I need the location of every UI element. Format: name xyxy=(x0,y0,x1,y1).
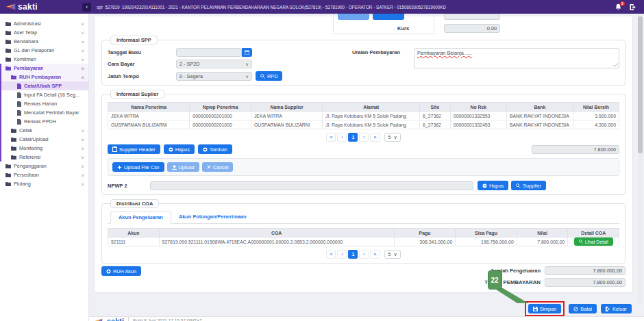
app-footer: sakti Build 8 Juni 2021 17.15.57 GMT+7 xyxy=(89,316,644,321)
rpd-button[interactable]: RPD xyxy=(256,71,282,81)
logo-text: sakti xyxy=(18,2,38,12)
sidebar-item-cetak[interactable]: Cetak∨ xyxy=(1,126,88,135)
pagination-first-button[interactable]: « xyxy=(326,133,336,142)
folder-icon xyxy=(5,57,11,62)
tab-akun-pengeluaran[interactable]: Akun Pengeluaran xyxy=(110,211,171,224)
file-icon xyxy=(17,92,21,98)
calendar-button[interactable] xyxy=(242,48,252,57)
pagination-last-button[interactable]: » xyxy=(370,133,380,142)
pagination-next-button[interactable]: › xyxy=(359,133,369,142)
npwp2-supplier-button[interactable]: Supplier xyxy=(511,181,546,190)
jatuh-tempo-select[interactable]: 0 - Segera∨ xyxy=(176,72,252,81)
page-size-select[interactable]: 5∨ xyxy=(384,133,400,142)
jatuh-tempo-label: Jatuh Tempo xyxy=(108,73,176,79)
sidebar-item-pembayaran[interactable]: Pembayaran∧ xyxy=(1,64,88,73)
supplier-total-input: 7.800.000 xyxy=(532,145,619,154)
ruh-akun-button[interactable]: RUH Akun xyxy=(101,266,141,276)
chevron-up-icon: ∧ xyxy=(82,75,84,79)
sidebar-item-catat-upload[interactable]: Catat/Upload∨ xyxy=(1,135,88,144)
sidebar-item-persediaan[interactable]: Persediaan∨ xyxy=(0,170,88,179)
sidebar-item-input-fa-detail[interactable]: Input FA Detail (16 Segmen) xyxy=(1,90,88,99)
pagination-page-1[interactable]: 1 xyxy=(348,250,358,259)
sidebar-item-ruh-pembayaran[interactable]: RUH Pembayaran∧ xyxy=(1,73,88,81)
upload-file-csv-button[interactable]: Upload File Csv xyxy=(112,162,164,172)
sidebar-item-komitmen[interactable]: Komitmen∨ xyxy=(0,55,88,64)
search-icon xyxy=(260,74,265,79)
cancel-circle-icon xyxy=(573,307,578,311)
sidebar-item-piutang[interactable]: Piutang∨ xyxy=(0,179,88,188)
cell-nama-supplier: GUSPARMAN BULIZARNI xyxy=(251,120,322,129)
annotation-arrow xyxy=(494,288,528,303)
sidebar-item-penganggaran[interactable]: Penganggaran∨ xyxy=(0,162,88,170)
uraian-pembayaran-label: Uraian Pembayaran xyxy=(352,48,408,55)
pagination-page-1[interactable]: 1 xyxy=(348,133,358,142)
truncated-button-1[interactable] xyxy=(338,14,369,20)
pagination-last-button[interactable]: » xyxy=(370,250,380,259)
lihat-detail-button[interactable]: Lihat Detail xyxy=(574,237,613,246)
page-size-select[interactable]: 5∨ xyxy=(384,250,400,259)
keluar-button[interactable]: Keluar xyxy=(601,304,632,313)
pagination-first-button[interactable]: « xyxy=(326,250,336,259)
npwp2-hapus-button[interactable]: Hapus xyxy=(478,181,508,190)
simpan-button[interactable]: Simpan xyxy=(528,304,562,313)
column-header: Nilai Bersih xyxy=(573,103,619,112)
file-icon xyxy=(17,84,21,89)
supplier-header-button[interactable]: Supplier Header xyxy=(108,144,160,154)
cancel-button: Cancel xyxy=(202,162,234,172)
sidebar-item-aset-tetap[interactable]: Aset Tetap∨ xyxy=(0,28,88,37)
file-icon xyxy=(17,110,21,116)
folder-icon xyxy=(5,66,11,70)
scrollbar-thumb[interactable] xyxy=(638,16,643,153)
sidebar-collapse-button[interactable]: ‹ xyxy=(82,3,91,12)
cell-alamat: Jl. Raya Kotobaru KM 5 Solok Padang xyxy=(323,112,420,120)
supplier-table-row[interactable]: JEKA WITRA 000000000201000 JEKA WITRA Jl… xyxy=(108,112,619,120)
sidebar-item-catat-ubah-spp[interactable]: Catat/Ubah SPP xyxy=(1,81,88,90)
tab-akun-potongan-penerimaan[interactable]: Akun Potongan/Penerimaan xyxy=(171,211,254,223)
truncated-panel xyxy=(333,14,434,34)
pagination-prev-button[interactable]: ‹ xyxy=(337,250,347,259)
tanggal-buku-label: Tanggal Buku xyxy=(108,49,176,55)
sidebar-item-referensi[interactable]: Referensi∨ xyxy=(1,153,88,162)
sidebar-item-bendahara[interactable]: Bendahara∨ xyxy=(0,37,88,46)
sidebar-item-renkas-harian[interactable]: Renkas Harian xyxy=(1,99,88,108)
sidebar-item-renkas-ppdh[interactable]: Renkas PPDH xyxy=(1,117,88,126)
uraian-pembayaran-textarea[interactable]: Pembayaran Belanja ..... xyxy=(414,48,619,68)
batal-button[interactable]: Batal xyxy=(569,304,597,313)
chevron-down-icon: ∨ xyxy=(393,135,397,140)
chevron-down-icon: ∨ xyxy=(82,30,84,35)
truncated-select[interactable] xyxy=(444,14,500,20)
sakti-dart-icon xyxy=(93,318,103,321)
sakti-logo: sakti xyxy=(5,2,77,12)
cell-nilai-bersih: 4.300.000 xyxy=(573,120,619,129)
minus-circle-icon xyxy=(482,183,487,188)
cell-pagu: 308.341.000,00 xyxy=(394,237,456,246)
sidebar-item-monitoring[interactable]: Monitoring∨ xyxy=(1,144,88,153)
column-header: Nama Supplier xyxy=(251,103,322,112)
cell-nama-penerima: JEKA WITRA xyxy=(108,112,190,120)
pagination-prev-button[interactable]: ‹ xyxy=(337,133,347,142)
sidebar-item-mencatat-perintah-bayar[interactable]: Mencatat Perintah Bayar xyxy=(1,108,88,117)
file-icon xyxy=(17,101,21,107)
tambah-button[interactable]: Tambah xyxy=(198,144,232,154)
supplier-table-row[interactable]: GUSPARMAN BULIZARNI 000000000201000 GUSP… xyxy=(108,120,619,129)
coa-pagination: « ‹ 1 › » 5∨ xyxy=(108,250,619,259)
build-info: Build 8 Juni 2021 17.15.57 GMT+7 xyxy=(128,317,202,321)
informasi-suplier-fieldset: Informasi Suplier Nama Penerima Npwp Pen… xyxy=(101,90,626,195)
sidebar-item-administrasi[interactable]: Administrasi∨ xyxy=(0,19,88,28)
truncated-button-2[interactable] xyxy=(373,14,404,20)
notification-count-badge: 3 xyxy=(620,1,625,6)
sidebar: Administrasi∨ Aset Tetap∨ Bendahara∨ GL … xyxy=(0,14,89,321)
cell-coa: 527819.090.521111.01508WA.4715EAC.A00000… xyxy=(159,237,394,246)
hapus-button[interactable]: Hapus xyxy=(164,144,195,154)
logout-icon[interactable] xyxy=(629,3,637,11)
column-header: No Rek xyxy=(450,103,506,112)
cell-no-rek: 00000001332453 xyxy=(450,120,506,129)
coa-table-row[interactable]: 521111 527819.090.521111.01508WA.4715EAC… xyxy=(108,237,619,246)
pagination-next-button[interactable]: › xyxy=(359,250,369,259)
cara-bayar-select[interactable]: 2 - SP2D∨ xyxy=(176,60,252,68)
chevron-down-icon: ∨ xyxy=(82,164,84,168)
sidebar-item-gl-dan-pelaporan[interactable]: GL dan Pelaporan∨ xyxy=(0,46,88,55)
notification-bell-icon[interactable]: 3 xyxy=(615,3,622,11)
plus-circle-icon xyxy=(106,269,111,274)
chevron-down-icon: ∨ xyxy=(82,155,84,159)
